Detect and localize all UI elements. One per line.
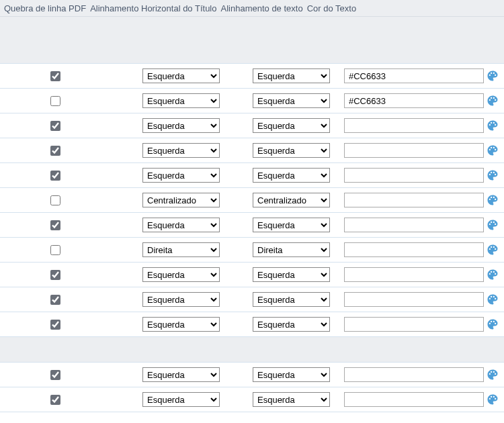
text-alignment-select[interactable]: EsquerdaCentralizadoDireita <box>253 218 330 232</box>
text-color-input[interactable] <box>344 317 484 332</box>
line-break-checkbox[interactable] <box>50 121 60 131</box>
header-quebra-linha: Quebra de linha PDF <box>0 1 88 16</box>
text-color-input[interactable] <box>344 292 484 307</box>
title-alignment-select[interactable]: EsquerdaCentralizadoDireita <box>142 168 220 183</box>
text-color-input[interactable] <box>344 143 484 158</box>
palette-icon[interactable] <box>487 95 499 107</box>
text-alignment-select[interactable]: EsquerdaCentralizadoDireita <box>253 392 330 407</box>
line-break-checkbox[interactable] <box>50 146 60 156</box>
table-row: EsquerdaCentralizadoDireitaEsquerdaCentr… <box>0 113 504 138</box>
line-break-checkbox[interactable] <box>50 270 60 280</box>
text-alignment-select[interactable]: EsquerdaCentralizadoDireita <box>253 317 330 332</box>
line-break-checkbox[interactable] <box>50 71 60 81</box>
title-alignment-select[interactable]: EsquerdaCentralizadoDireita <box>142 118 220 133</box>
line-break-checkbox[interactable] <box>50 195 60 205</box>
line-break-checkbox[interactable] <box>50 395 60 405</box>
table-row: EsquerdaCentralizadoDireitaEsquerdaCentr… <box>0 263 504 287</box>
group-spacer <box>0 337 504 363</box>
table-row: EsquerdaCentralizadoDireitaEsquerdaCentr… <box>0 312 504 337</box>
title-alignment-select[interactable]: EsquerdaCentralizadoDireita <box>142 367 220 382</box>
table-row: EsquerdaCentralizadoDireitaEsquerdaCentr… <box>0 238 504 263</box>
palette-icon[interactable] <box>487 120 499 132</box>
title-alignment-select[interactable]: EsquerdaCentralizadoDireita <box>142 392 220 407</box>
header-alinhamento-texto: Alinhamento de texto <box>219 1 305 16</box>
text-alignment-select[interactable]: EsquerdaCentralizadoDireita <box>253 118 330 133</box>
palette-icon[interactable] <box>487 194 499 206</box>
title-alignment-select[interactable]: EsquerdaCentralizadoDireita <box>142 218 220 232</box>
palette-icon[interactable] <box>487 70 499 82</box>
table-row: EsquerdaCentralizadoDireitaEsquerdaCentr… <box>0 64 504 89</box>
line-break-checkbox[interactable] <box>50 220 60 230</box>
text-alignment-select[interactable]: EsquerdaCentralizadoDireita <box>253 267 330 282</box>
title-alignment-select[interactable]: EsquerdaCentralizadoDireita <box>142 292 220 307</box>
text-color-input[interactable] <box>344 193 484 207</box>
table-row: EsquerdaCentralizadoDireitaEsquerdaCentr… <box>0 213 504 238</box>
line-break-checkbox[interactable] <box>50 295 60 305</box>
text-color-input[interactable] <box>344 367 484 382</box>
text-color-input[interactable] <box>344 118 484 133</box>
title-alignment-select[interactable]: EsquerdaCentralizadoDireita <box>142 68 220 83</box>
text-alignment-select[interactable]: EsquerdaCentralizadoDireita <box>253 143 330 158</box>
line-break-checkbox[interactable] <box>50 171 60 181</box>
table-row: EsquerdaCentralizadoDireitaEsquerdaCentr… <box>0 138 504 163</box>
line-break-checkbox[interactable] <box>50 370 60 380</box>
header-alinhamento-titulo: Alinhamento Horizontal do Título <box>88 1 218 16</box>
text-color-input[interactable] <box>344 68 484 83</box>
table-row: EsquerdaCentralizadoDireitaEsquerdaCentr… <box>0 163 504 188</box>
text-alignment-select[interactable]: EsquerdaCentralizadoDireita <box>253 68 330 83</box>
table-header: Quebra de linha PDF Alinhamento Horizont… <box>0 0 504 17</box>
table-row: EsquerdaCentralizadoDireitaEsquerdaCentr… <box>0 363 504 387</box>
palette-icon[interactable] <box>487 144 499 156</box>
title-alignment-select[interactable]: EsquerdaCentralizadoDireita <box>142 193 220 207</box>
table-row-partial <box>0 412 504 419</box>
text-alignment-select[interactable]: EsquerdaCentralizadoDireita <box>253 292 330 307</box>
text-alignment-select[interactable]: EsquerdaCentralizadoDireita <box>253 168 330 183</box>
text-alignment-select[interactable]: EsquerdaCentralizadoDireita <box>253 242 330 257</box>
text-color-input[interactable] <box>344 218 484 232</box>
text-color-input[interactable] <box>344 392 484 407</box>
group-spacer <box>0 17 504 64</box>
text-color-input[interactable] <box>344 242 484 257</box>
palette-icon[interactable] <box>487 293 499 306</box>
text-color-input[interactable] <box>344 267 484 282</box>
table-row: EsquerdaCentralizadoDireitaEsquerdaCentr… <box>0 188 504 213</box>
title-alignment-select[interactable]: EsquerdaCentralizadoDireita <box>142 242 220 257</box>
palette-icon[interactable] <box>487 219 499 231</box>
palette-icon[interactable] <box>487 169 499 181</box>
text-color-input[interactable] <box>344 93 484 108</box>
header-cor-texto: Cor do Texto <box>305 1 358 16</box>
text-alignment-select[interactable]: EsquerdaCentralizadoDireita <box>253 367 330 382</box>
line-break-checkbox[interactable] <box>50 96 60 106</box>
text-alignment-select[interactable]: EsquerdaCentralizadoDireita <box>253 193 330 207</box>
title-alignment-select[interactable]: EsquerdaCentralizadoDireita <box>142 267 220 282</box>
table-row: EsquerdaCentralizadoDireitaEsquerdaCentr… <box>0 287 504 312</box>
title-alignment-select[interactable]: EsquerdaCentralizadoDireita <box>142 143 220 158</box>
title-alignment-select[interactable]: EsquerdaCentralizadoDireita <box>142 93 220 108</box>
line-break-checkbox[interactable] <box>50 245 60 255</box>
palette-icon[interactable] <box>487 393 499 406</box>
palette-icon[interactable] <box>487 318 499 330</box>
text-alignment-select[interactable]: EsquerdaCentralizadoDireita <box>253 93 330 108</box>
table-row: EsquerdaCentralizadoDireitaEsquerdaCentr… <box>0 387 504 412</box>
text-color-input[interactable] <box>344 168 484 183</box>
palette-icon[interactable] <box>487 369 499 381</box>
line-break-checkbox[interactable] <box>50 320 60 330</box>
title-alignment-select[interactable]: EsquerdaCentralizadoDireita <box>142 317 220 332</box>
table-row: EsquerdaCentralizadoDireitaEsquerdaCentr… <box>0 89 504 113</box>
palette-icon[interactable] <box>487 269 499 281</box>
palette-icon[interactable] <box>487 244 499 256</box>
